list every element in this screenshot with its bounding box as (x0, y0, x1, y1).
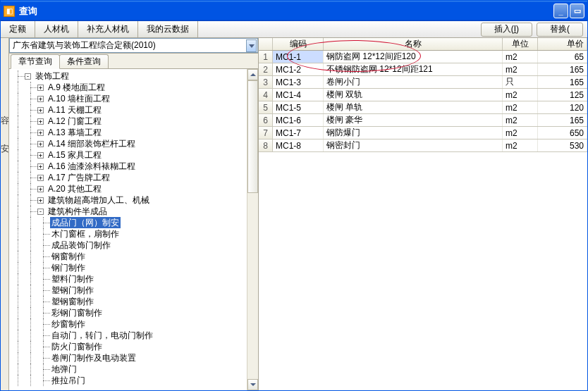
tree-label[interactable]: A.13 幕墙工程 (47, 127, 103, 138)
cell-name[interactable]: 楼闸 单轨 (324, 101, 503, 113)
col-code[interactable]: 编码 (273, 38, 324, 50)
tree-label[interactable]: A.14 细部装饰栏杆工程 (47, 138, 137, 149)
table-row[interactable]: 2MC1-2不锈钢防盗网 12*12间距121m2165 (259, 63, 587, 76)
expand-icon[interactable]: + (37, 186, 44, 192)
scroll-down-button[interactable] (247, 379, 258, 390)
cell-price[interactable]: 125 (538, 89, 587, 101)
tree-node[interactable]: 钢门制作 (9, 262, 247, 273)
scroll-up-button[interactable] (247, 69, 258, 80)
maximize-button[interactable]: ▭ (570, 4, 584, 18)
tree-label[interactable]: 装饰工程 (34, 70, 71, 82)
quota-combo[interactable]: 广东省建筑与装饰工程综合定额(2010) (9, 38, 258, 53)
cell-unit[interactable]: m2 (503, 89, 538, 101)
tree-node[interactable]: +A.9 楼地面工程 (9, 82, 247, 93)
expand-icon[interactable]: + (37, 118, 44, 125)
tree-node[interactable]: +A.10 墙柱面工程 (9, 93, 247, 104)
tree-node[interactable]: 纱窗制作 (9, 318, 247, 330)
cell-unit[interactable]: 只 (503, 76, 538, 88)
tree-label[interactable]: A.15 家具工程 (47, 149, 103, 161)
tree-label[interactable]: 建筑构件半成品 (47, 206, 109, 217)
cell-price[interactable]: 650 (538, 127, 587, 139)
cell-name[interactable]: 钢防盗网 12*12间距120 (324, 51, 503, 63)
tree-label[interactable]: 建筑物超高增加人工、机械 (47, 194, 151, 206)
insert-button[interactable]: 插入(I) (481, 23, 532, 37)
tree-node[interactable]: +A.16 油漆涂料裱糊工程 (9, 161, 247, 172)
expand-icon[interactable]: + (37, 130, 44, 136)
cell-unit[interactable]: m2 (503, 63, 538, 75)
cell-unit[interactable]: m2 (503, 139, 538, 151)
tree-label[interactable]: 钢窗制作 (50, 251, 87, 262)
combo-dropdown-icon[interactable] (246, 39, 257, 52)
data-grid[interactable]: 编码名称单位单价1MC1-1钢防盗网 12*12间距120m2652MC1-2不… (259, 38, 587, 152)
tree-node[interactable]: +A.11 天棚工程 (9, 104, 247, 116)
tree-node[interactable]: 钢窗制作 (9, 251, 247, 262)
tree-label[interactable]: A.11 天棚工程 (47, 104, 103, 116)
tree-node[interactable]: 成品装饰门制作 (9, 240, 247, 251)
tree-label[interactable]: 成品门（网）制安 (50, 217, 121, 228)
expand-icon[interactable]: + (37, 163, 44, 170)
cell-code[interactable]: MC1-7 (273, 127, 324, 139)
cell-name[interactable]: 卷闸小门 (324, 76, 503, 88)
tree-node[interactable]: 地弹门 (9, 364, 247, 375)
table-row[interactable]: 3MC1-3卷闸小门只165 (259, 76, 587, 89)
cell-unit[interactable]: m2 (503, 101, 538, 113)
tree-label[interactable]: 卷闸门制作及电动装置 (50, 352, 137, 364)
minimize-button[interactable]: _ (553, 4, 568, 18)
cell-code[interactable]: MC1-3 (273, 76, 324, 88)
expand-icon[interactable]: + (37, 85, 44, 91)
tree-label[interactable]: A.16 油漆涂料裱糊工程 (47, 161, 137, 172)
tree-label[interactable]: A.9 楼地面工程 (47, 82, 106, 93)
expand-icon[interactable]: + (37, 175, 44, 181)
tree-node[interactable]: +A.17 广告牌工程 (9, 172, 247, 183)
expand-icon[interactable]: + (37, 141, 44, 147)
expand-icon[interactable]: + (37, 107, 44, 113)
cell-code[interactable]: MC1-1 (273, 51, 324, 63)
tree-label[interactable]: 塑料门制作 (50, 273, 95, 285)
tree-node[interactable]: 塑钢门制作 (9, 285, 247, 296)
tree-label[interactable]: 成品装饰门制作 (50, 240, 112, 251)
tree-node[interactable]: -建筑构件半成品 (9, 206, 247, 217)
toolbar-tab[interactable]: 定额 (1, 21, 35, 37)
cell-code[interactable]: MC1-5 (273, 101, 324, 113)
subtab[interactable]: 条件查询 (59, 54, 109, 68)
table-row[interactable]: 7MC1-7钢防爆门m2650 (259, 127, 587, 139)
cell-price[interactable]: 530 (538, 139, 587, 151)
tree-label[interactable]: A.10 墙柱面工程 (47, 93, 111, 104)
subtab[interactable]: 章节查询 (11, 54, 60, 69)
table-row[interactable]: 5MC1-5楼闸 单轨m2120 (259, 101, 587, 114)
tree-label[interactable]: 塑钢窗制作 (50, 296, 95, 307)
toolbar-tab[interactable]: 人材机 (35, 21, 78, 37)
cell-name[interactable]: 不锈钢防盗网 12*12间距121 (324, 63, 503, 75)
cell-name[interactable]: 楼闸 双轨 (324, 89, 503, 101)
cell-name[interactable]: 钢防爆门 (324, 127, 503, 139)
tree-node[interactable]: 推拉吊门 (9, 375, 247, 386)
tree-label[interactable]: 纱窗制作 (50, 318, 87, 330)
toolbar-tab[interactable]: 我的云数据 (138, 21, 198, 37)
tree-label[interactable]: A.12 门窗工程 (47, 116, 103, 127)
cell-price[interactable]: 165 (538, 63, 587, 75)
cell-name[interactable]: 钢密封门 (324, 139, 503, 151)
col-unit[interactable]: 单位 (503, 38, 538, 50)
expand-icon[interactable]: + (37, 197, 44, 204)
tree-label[interactable]: 彩钢门窗制作 (50, 307, 104, 318)
tree-node[interactable]: 自动门，转门，电动门制作 (9, 330, 247, 341)
tree-label[interactable]: 塑钢门制作 (50, 285, 95, 296)
expand-icon[interactable]: + (37, 96, 44, 102)
tree-label[interactable]: A.17 广告牌工程 (47, 172, 111, 183)
tree-label[interactable]: 推拉吊门 (50, 375, 87, 386)
cell-code[interactable]: MC1-6 (273, 114, 324, 126)
cell-price[interactable]: 165 (538, 114, 587, 126)
scroll-thumb[interactable] (247, 80, 258, 193)
collapse-icon[interactable]: - (25, 73, 31, 80)
tree-node[interactable]: 防火门窗制作 (9, 341, 247, 352)
table-row[interactable]: 6MC1-6楼闸 豪华m2165 (259, 114, 587, 127)
tree-node[interactable]: 卷闸门制作及电动装置 (9, 352, 247, 364)
tree-label[interactable]: 木门窗框，扇制作 (50, 228, 121, 240)
cell-price[interactable]: 65 (538, 51, 587, 63)
tree-node[interactable]: 塑料门制作 (9, 273, 247, 285)
tree[interactable]: -装饰工程+A.9 楼地面工程+A.10 墙柱面工程+A.11 天棚工程+A.1… (9, 69, 247, 390)
toolbar-tab[interactable]: 补充人材机 (78, 21, 138, 37)
replace-button[interactable]: 替换( (537, 23, 583, 37)
tree-label[interactable]: A.20 其他工程 (47, 183, 103, 194)
tree-node[interactable]: -装饰工程 (9, 70, 247, 82)
